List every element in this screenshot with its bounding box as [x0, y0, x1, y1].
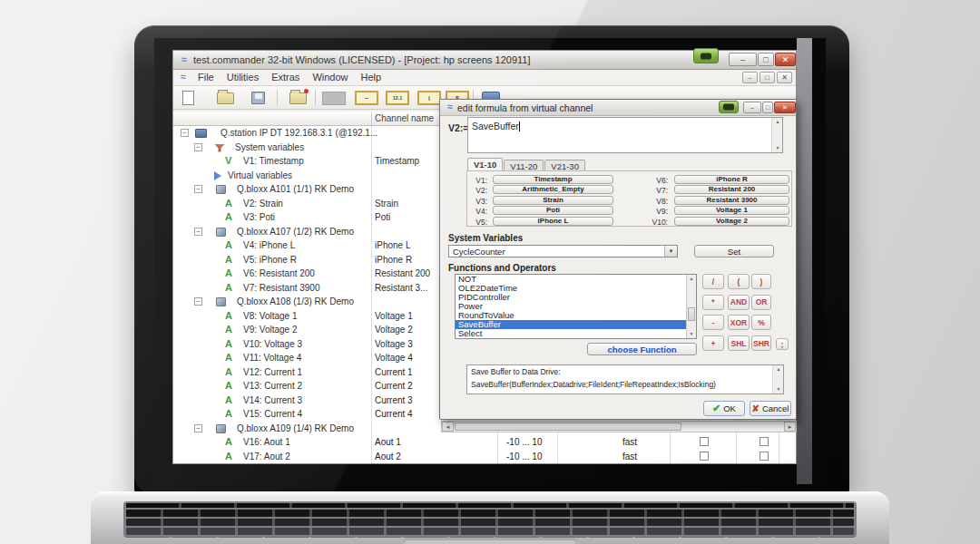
dialog-titlebar[interactable]: ≈ edit formula from virtual channel – □ …	[440, 100, 796, 116]
mdi-restore-button[interactable]: □	[760, 72, 775, 83]
tree-item-label[interactable]: V17: Aout 2	[243, 452, 290, 461]
variable-button-V9[interactable]: Voltage 1	[674, 206, 789, 215]
operator-button-sym0[interactable]: +	[702, 335, 724, 351]
tree-row[interactable]: AV16: Aout 1Aout 1-10 ... 10fast	[173, 435, 796, 450]
app-titlebar[interactable]: ≈ test.commander 32-bit Windows (LICENSE…	[173, 51, 796, 70]
mdi-minimize-button[interactable]: –	[742, 72, 758, 83]
formula-input[interactable]: SaveBuffer ▲ ▼	[467, 117, 783, 153]
tree-item-label[interactable]: V13: Current 2	[243, 381, 302, 391]
toolbar-open-folder-icon[interactable]	[217, 90, 234, 106]
toolbar-inactive-tool-icon[interactable]	[322, 90, 346, 106]
operator-button-AND[interactable]: AND	[728, 295, 750, 310]
toolbar-digital-display-icon[interactable]: 12.1	[386, 90, 409, 106]
tree-item-label[interactable]: V15: Current 4	[243, 409, 302, 419]
operator-button-separator[interactable]: ;	[776, 338, 789, 350]
scroll-right-icon[interactable]: ►	[784, 422, 796, 432]
scroll-up-icon[interactable]: ▲	[687, 275, 696, 283]
capture-button[interactable]	[693, 48, 719, 63]
tree-item-label[interactable]: V3: Poti	[243, 212, 275, 222]
variable-button-V5[interactable]: iPhone L	[493, 217, 613, 226]
enable-checkbox[interactable]	[700, 452, 709, 461]
tree-item-label[interactable]: V14: Current 3	[243, 395, 302, 405]
tree-expander-icon[interactable]: −	[194, 185, 202, 193]
operator-button-XOR[interactable]: XOR	[728, 315, 750, 330]
dialog-minimize-button[interactable]: –	[743, 102, 761, 113]
menu-utilities[interactable]: Utilities	[220, 70, 265, 83]
function-item-pidcontroller[interactable]: PIDController	[456, 293, 696, 302]
close-button[interactable]: ✕	[775, 53, 796, 66]
tree-item-label[interactable]: V12: Current 1	[243, 367, 302, 377]
scrollbar-thumb[interactable]	[688, 307, 695, 321]
menu-help[interactable]: Help	[355, 70, 388, 83]
operator-button-sym0[interactable]: *	[702, 295, 724, 310]
mdi-close-button[interactable]: ✕	[777, 72, 792, 83]
tree-row[interactable]: AV17: Aout 2Aout 2-10 ... 10fast	[173, 450, 796, 464]
tree-item-label[interactable]: Q.bloxx A107 (1/2) RK Demo	[237, 227, 354, 237]
toolbar-project-folder-icon[interactable]	[289, 90, 307, 106]
chevron-down-icon[interactable]: ▼	[664, 246, 677, 257]
operator-button-sym2[interactable]: %	[751, 315, 771, 330]
enable-checkbox[interactable]	[760, 452, 769, 461]
set-button[interactable]: Set	[694, 245, 774, 257]
functions-list[interactable]: NOTOLE2DateTimePIDControllerPowerRoundTo…	[455, 274, 697, 339]
variable-button-V10[interactable]: Voltage 2	[674, 217, 789, 226]
tree-item-label[interactable]: V5: iPhone R	[243, 255, 297, 265]
tree-item-label[interactable]: Q.bloxx A101 (1/1) RK Demo	[237, 184, 354, 194]
cancel-button[interactable]: ✘ Cancel	[750, 401, 791, 416]
tree-item-label[interactable]: V7: Resistant 3900	[243, 283, 320, 293]
toolbar-scope-display-icon[interactable]: ~	[355, 90, 378, 106]
enable-checkbox[interactable]	[760, 437, 769, 446]
variable-button-V2[interactable]: Arithmetic_Empty	[493, 185, 613, 194]
tree-item-label[interactable]: V4: iPhone L	[243, 240, 295, 250]
minimize-button[interactable]: –	[729, 53, 757, 66]
function-item-select[interactable]: Select	[456, 329, 696, 338]
tree-item-label[interactable]: V6: Resistant 200	[243, 268, 315, 278]
toolbar-info-display-icon[interactable]: i	[417, 90, 441, 106]
formula-scrollbar[interactable]: ▲ ▼	[771, 118, 782, 152]
channel-name-header[interactable]: Channel name	[375, 113, 434, 123]
system-variable-select[interactable]: CycleCounter ▼	[448, 245, 678, 257]
tree-expander-icon[interactable]: −	[194, 424, 202, 432]
tree-item-label[interactable]: V9: Voltage 2	[243, 325, 298, 335]
functions-scrollbar[interactable]: ▲▼	[686, 275, 696, 338]
operator-button-sym0[interactable]: -	[702, 315, 724, 330]
variable-button-V8[interactable]: Resistant 3900	[674, 196, 789, 205]
scroll-up-icon[interactable]: ▲	[773, 365, 784, 374]
horizontal-scrollbar[interactable]: ◄ ►	[441, 421, 797, 432]
tree-item-label[interactable]: V10: Voltage 3	[243, 339, 302, 349]
ok-button[interactable]: ✔ OK	[703, 401, 745, 416]
dialog-close-button[interactable]: ✕	[774, 102, 796, 113]
scrollbar-thumb[interactable]	[455, 423, 681, 431]
operator-button-SHR[interactable]: SHR	[751, 335, 771, 351]
tree-item-label[interactable]: V11: Voltage 4	[243, 353, 301, 363]
operator-button-sym2[interactable]: )	[751, 274, 771, 289]
toolbar-new-file-icon[interactable]	[182, 90, 194, 106]
tree-item-label[interactable]: V2: Strain	[243, 199, 283, 209]
variable-button-V6[interactable]: iPhone R	[674, 175, 789, 184]
tree-expander-icon[interactable]: −	[181, 129, 189, 137]
tree-item-label[interactable]: Virtual variables	[228, 170, 292, 180]
variable-button-V3[interactable]: Strain	[493, 196, 613, 205]
scroll-down-icon[interactable]: ▼	[773, 385, 784, 393]
variable-button-V7[interactable]: Resistant 200	[674, 185, 789, 194]
tree-item-label[interactable]: Q.bloxx A108 (1/3) RK Demo	[237, 296, 354, 306]
menu-extras[interactable]: Extras	[265, 70, 306, 83]
tree-expander-icon[interactable]: −	[194, 228, 202, 236]
tree-expander-icon[interactable]: −	[194, 143, 202, 151]
scroll-down-icon[interactable]: ▼	[772, 144, 783, 152]
function-item-savebuffer[interactable]: SaveBuffer	[456, 320, 696, 329]
dialog-maximize-button[interactable]: □	[762, 102, 773, 113]
enable-checkbox[interactable]	[700, 437, 709, 446]
operator-button-OR[interactable]: OR	[751, 295, 771, 310]
tree-item-label[interactable]: V1: Timestamp	[243, 156, 304, 166]
scroll-down-icon[interactable]: ▼	[687, 330, 696, 338]
tree-item-label[interactable]: Q.bloxx A109 (1/4) RK Demo	[237, 423, 354, 433]
variable-button-V1[interactable]: Timestamp	[493, 175, 613, 184]
operator-button-sym0[interactable]: /	[702, 274, 724, 289]
menu-window[interactable]: Window	[306, 70, 354, 83]
description-scrollbar[interactable]: ▲ ▼	[772, 365, 783, 393]
scroll-left-icon[interactable]: ◄	[442, 422, 454, 432]
toolbar-save-icon[interactable]	[251, 90, 265, 106]
operator-button-sym1[interactable]: (	[728, 274, 750, 289]
scroll-up-icon[interactable]: ▲	[772, 118, 783, 126]
